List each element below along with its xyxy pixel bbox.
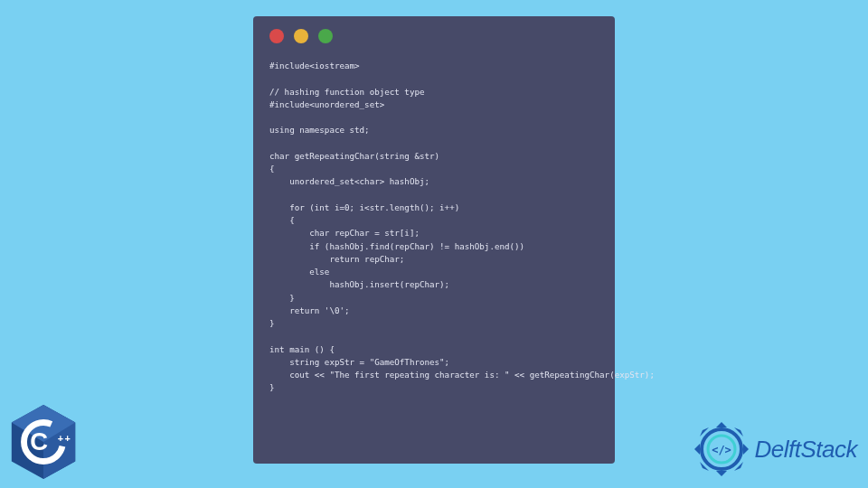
- delftstack-logo: </> DelftStack: [692, 419, 858, 479]
- svg-text:C: C: [30, 427, 48, 455]
- cpp-logo-icon: C + +: [7, 403, 80, 483]
- code-window: #include<iostream> // hashing function o…: [253, 16, 615, 464]
- minimize-icon: [294, 29, 308, 43]
- traffic-lights: [269, 29, 599, 43]
- svg-marker-7: [716, 422, 727, 427]
- delftstack-text: DelftStack: [755, 436, 858, 464]
- svg-marker-9: [694, 444, 700, 455]
- svg-text:</>: </>: [712, 444, 731, 456]
- svg-marker-8: [716, 471, 727, 476]
- svg-marker-10: [743, 444, 749, 455]
- svg-text:+: +: [58, 433, 63, 444]
- close-icon: [269, 29, 284, 43]
- maximize-icon: [318, 29, 333, 43]
- svg-text:+: +: [64, 433, 70, 444]
- delftstack-gear-icon: </>: [692, 419, 751, 479]
- code-block: #include<iostream> // hashing function o…: [269, 60, 599, 395]
